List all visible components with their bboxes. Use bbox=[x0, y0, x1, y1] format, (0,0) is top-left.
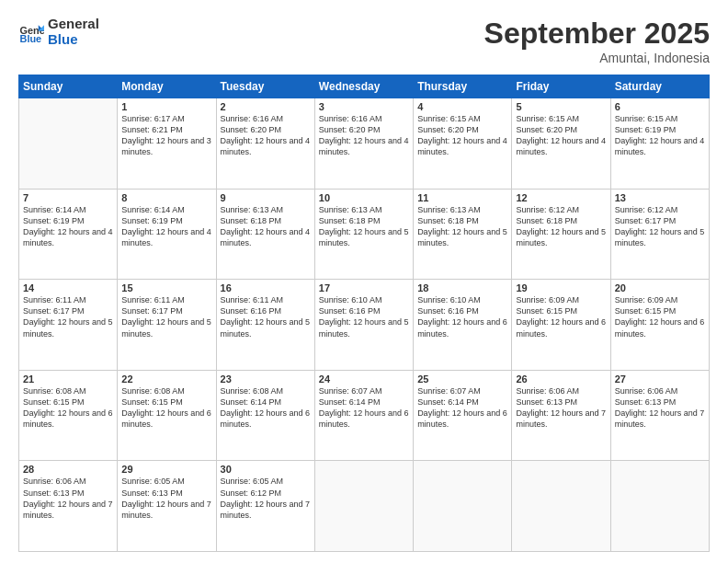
day-info: Sunrise: 6:14 AMSunset: 6:19 PMDaylight:… bbox=[23, 204, 113, 249]
day-info: Sunrise: 6:11 AMSunset: 6:16 PMDaylight:… bbox=[221, 294, 311, 339]
day-info: Sunrise: 6:15 AMSunset: 6:20 PMDaylight:… bbox=[516, 113, 606, 158]
day-info: Sunrise: 6:13 AMSunset: 6:18 PMDaylight:… bbox=[319, 204, 409, 249]
day-info: Sunrise: 6:08 AMSunset: 6:14 PMDaylight:… bbox=[221, 385, 311, 431]
day-number: 5 bbox=[516, 101, 606, 112]
day-number: 11 bbox=[417, 192, 507, 203]
day-number: 2 bbox=[221, 101, 311, 112]
day-number: 6 bbox=[615, 101, 705, 112]
day-number: 18 bbox=[417, 282, 507, 293]
day-number: 12 bbox=[516, 192, 606, 203]
table-row: 11 Sunrise: 6:13 AMSunset: 6:18 PMDaylig… bbox=[414, 189, 512, 280]
calendar-week-4: 21 Sunrise: 6:08 AMSunset: 6:15 PMDaylig… bbox=[19, 370, 710, 461]
day-number: 10 bbox=[319, 192, 409, 203]
day-info: Sunrise: 6:07 AMSunset: 6:14 PMDaylight:… bbox=[319, 385, 409, 431]
day-number: 28 bbox=[23, 464, 113, 475]
day-number: 3 bbox=[319, 101, 409, 112]
day-info: Sunrise: 6:13 AMSunset: 6:18 PMDaylight:… bbox=[221, 204, 311, 249]
col-friday: Friday bbox=[512, 75, 610, 98]
day-info: Sunrise: 6:07 AMSunset: 6:14 PMDaylight:… bbox=[417, 385, 507, 431]
day-info: Sunrise: 6:17 AMSunset: 6:21 PMDaylight:… bbox=[121, 113, 211, 158]
title-section: September 2025 Amuntai, Indonesia bbox=[484, 17, 710, 65]
table-row: 30 Sunrise: 6:05 AMSunset: 6:12 PMDaylig… bbox=[216, 461, 314, 552]
logo-icon: General Blue bbox=[18, 19, 44, 45]
table-row: 9 Sunrise: 6:13 AMSunset: 6:18 PMDayligh… bbox=[216, 189, 314, 280]
table-row bbox=[610, 461, 709, 552]
table-row: 20 Sunrise: 6:09 AMSunset: 6:15 PMDaylig… bbox=[610, 280, 709, 371]
table-row: 12 Sunrise: 6:12 AMSunset: 6:18 PMDaylig… bbox=[512, 189, 610, 280]
table-row: 2 Sunrise: 6:16 AMSunset: 6:20 PMDayligh… bbox=[216, 98, 314, 190]
day-info: Sunrise: 6:09 AMSunset: 6:15 PMDaylight:… bbox=[615, 294, 705, 339]
col-tuesday: Tuesday bbox=[216, 75, 314, 98]
day-info: Sunrise: 6:09 AMSunset: 6:15 PMDaylight:… bbox=[516, 294, 606, 339]
calendar-table: Sunday Monday Tuesday Wednesday Thursday… bbox=[18, 75, 710, 552]
table-row: 24 Sunrise: 6:07 AMSunset: 6:14 PMDaylig… bbox=[314, 370, 413, 461]
day-info: Sunrise: 6:08 AMSunset: 6:15 PMDaylight:… bbox=[23, 385, 113, 431]
table-row: 28 Sunrise: 6:06 AMSunset: 6:13 PMDaylig… bbox=[19, 461, 118, 552]
day-number: 22 bbox=[121, 373, 211, 385]
day-number: 17 bbox=[319, 282, 409, 293]
table-row: 7 Sunrise: 6:14 AMSunset: 6:19 PMDayligh… bbox=[19, 189, 118, 280]
day-info: Sunrise: 6:15 AMSunset: 6:20 PMDaylight:… bbox=[417, 113, 507, 158]
day-number: 16 bbox=[221, 282, 311, 293]
day-number: 19 bbox=[516, 282, 606, 293]
day-number: 4 bbox=[417, 101, 507, 112]
day-number: 8 bbox=[121, 192, 211, 203]
calendar-header-row: Sunday Monday Tuesday Wednesday Thursday… bbox=[19, 75, 710, 98]
col-thursday: Thursday bbox=[414, 75, 512, 98]
table-row: 14 Sunrise: 6:11 AMSunset: 6:17 PMDaylig… bbox=[19, 280, 118, 371]
table-row: 4 Sunrise: 6:15 AMSunset: 6:20 PMDayligh… bbox=[414, 98, 512, 190]
day-number: 21 bbox=[23, 373, 113, 385]
day-info: Sunrise: 6:12 AMSunset: 6:17 PMDaylight:… bbox=[615, 204, 705, 249]
day-number: 13 bbox=[615, 192, 705, 203]
day-info: Sunrise: 6:10 AMSunset: 6:16 PMDaylight:… bbox=[319, 294, 409, 339]
table-row bbox=[414, 461, 512, 552]
table-row: 3 Sunrise: 6:16 AMSunset: 6:20 PMDayligh… bbox=[314, 98, 413, 190]
day-number: 25 bbox=[417, 373, 507, 385]
calendar-week-2: 7 Sunrise: 6:14 AMSunset: 6:19 PMDayligh… bbox=[19, 189, 710, 280]
day-info: Sunrise: 6:05 AMSunset: 6:12 PMDaylight:… bbox=[221, 476, 311, 521]
day-info: Sunrise: 6:11 AMSunset: 6:17 PMDaylight:… bbox=[121, 294, 211, 339]
table-row: 25 Sunrise: 6:07 AMSunset: 6:14 PMDaylig… bbox=[414, 370, 512, 461]
day-info: Sunrise: 6:14 AMSunset: 6:19 PMDaylight:… bbox=[121, 204, 211, 249]
table-row bbox=[512, 461, 610, 552]
day-info: Sunrise: 6:06 AMSunset: 6:13 PMDaylight:… bbox=[516, 385, 606, 431]
header: General Blue General Blue September 2025… bbox=[18, 17, 710, 65]
table-row: 22 Sunrise: 6:08 AMSunset: 6:15 PMDaylig… bbox=[118, 370, 216, 461]
table-row: 8 Sunrise: 6:14 AMSunset: 6:19 PMDayligh… bbox=[118, 189, 216, 280]
day-info: Sunrise: 6:08 AMSunset: 6:15 PMDaylight:… bbox=[121, 385, 211, 431]
day-number: 1 bbox=[121, 101, 211, 112]
day-number: 26 bbox=[516, 373, 606, 385]
table-row: 19 Sunrise: 6:09 AMSunset: 6:15 PMDaylig… bbox=[512, 280, 610, 371]
table-row: 13 Sunrise: 6:12 AMSunset: 6:17 PMDaylig… bbox=[610, 189, 709, 280]
day-number: 27 bbox=[615, 373, 705, 385]
day-info: Sunrise: 6:16 AMSunset: 6:20 PMDaylight:… bbox=[221, 113, 311, 158]
table-row: 1 Sunrise: 6:17 AMSunset: 6:21 PMDayligh… bbox=[118, 98, 216, 190]
day-number: 7 bbox=[23, 192, 113, 203]
day-info: Sunrise: 6:05 AMSunset: 6:13 PMDaylight:… bbox=[121, 476, 211, 521]
logo: General Blue General Blue bbox=[18, 17, 99, 47]
page: General Blue General Blue September 2025… bbox=[0, 0, 728, 563]
day-number: 23 bbox=[221, 373, 311, 385]
table-row: 27 Sunrise: 6:06 AMSunset: 6:13 PMDaylig… bbox=[610, 370, 709, 461]
day-info: Sunrise: 6:12 AMSunset: 6:18 PMDaylight:… bbox=[516, 204, 606, 249]
day-info: Sunrise: 6:11 AMSunset: 6:17 PMDaylight:… bbox=[23, 294, 113, 339]
table-row: 17 Sunrise: 6:10 AMSunset: 6:16 PMDaylig… bbox=[314, 280, 413, 371]
table-row: 10 Sunrise: 6:13 AMSunset: 6:18 PMDaylig… bbox=[314, 189, 413, 280]
day-number: 9 bbox=[221, 192, 311, 203]
table-row: 6 Sunrise: 6:15 AMSunset: 6:19 PMDayligh… bbox=[610, 98, 709, 190]
day-info: Sunrise: 6:10 AMSunset: 6:16 PMDaylight:… bbox=[417, 294, 507, 339]
col-saturday: Saturday bbox=[610, 75, 709, 98]
table-row: 29 Sunrise: 6:05 AMSunset: 6:13 PMDaylig… bbox=[118, 461, 216, 552]
table-row: 23 Sunrise: 6:08 AMSunset: 6:14 PMDaylig… bbox=[216, 370, 314, 461]
table-row: 18 Sunrise: 6:10 AMSunset: 6:16 PMDaylig… bbox=[414, 280, 512, 371]
day-info: Sunrise: 6:16 AMSunset: 6:20 PMDaylight:… bbox=[319, 113, 409, 158]
day-info: Sunrise: 6:13 AMSunset: 6:18 PMDaylight:… bbox=[417, 204, 507, 249]
day-info: Sunrise: 6:06 AMSunset: 6:13 PMDaylight:… bbox=[23, 476, 113, 521]
day-number: 15 bbox=[121, 282, 211, 293]
day-info: Sunrise: 6:06 AMSunset: 6:13 PMDaylight:… bbox=[615, 385, 705, 431]
col-monday: Monday bbox=[118, 75, 216, 98]
col-wednesday: Wednesday bbox=[314, 75, 413, 98]
table-row bbox=[19, 98, 118, 190]
day-number: 29 bbox=[121, 464, 211, 475]
logo-general-text: General bbox=[48, 17, 99, 32]
